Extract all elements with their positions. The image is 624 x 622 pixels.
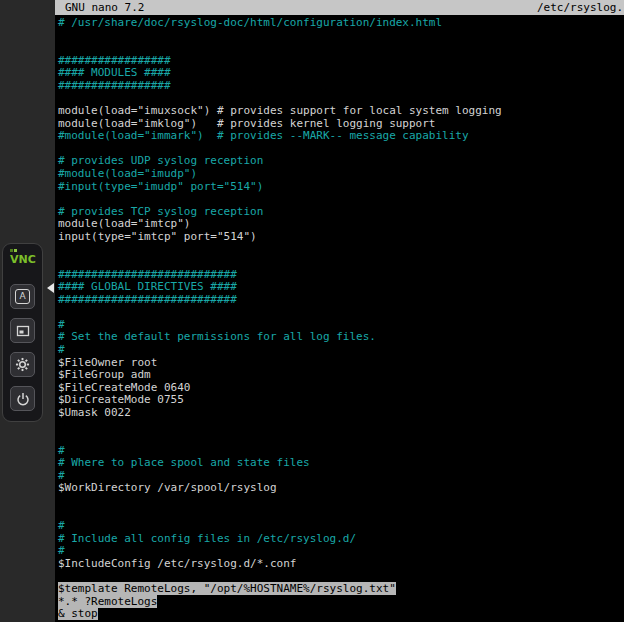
gear-icon	[15, 357, 30, 372]
editor-line: #	[58, 520, 624, 533]
editor-line	[58, 306, 624, 319]
editor-line	[58, 30, 624, 43]
nano-version: GNU nano 7.2	[65, 0, 144, 15]
editor-line	[58, 243, 624, 256]
editor-line: # Include all config files in /etc/rsysl…	[58, 533, 624, 546]
editor-lines[interactable]: # /usr/share/doc/rsyslog-doc/html/config…	[55, 15, 624, 621]
editor-line: #################	[58, 80, 624, 93]
editor-line	[58, 193, 624, 206]
clipboard-icon: A	[15, 289, 30, 304]
vnc-control-bar: VNC A	[2, 243, 43, 422]
editor-line	[58, 508, 624, 521]
settings-button[interactable]	[10, 352, 35, 377]
collapse-left-arrow-icon	[47, 283, 54, 293]
editor-line: # Where to place spool and state files	[58, 457, 624, 470]
editor-line: #module(load="immark") # provides --MARK…	[58, 130, 624, 143]
nano-filename: /etc/rsyslog.	[537, 0, 623, 15]
editor-line: #	[58, 344, 624, 357]
editor-line: $DirCreateMode 0755	[58, 394, 624, 407]
editor-line: #input(type="imudp" port="514")	[58, 181, 624, 194]
power-button[interactable]	[10, 386, 35, 411]
fullscreen-icon	[16, 324, 30, 338]
editor-line: input(type="imtcp" port="514")	[58, 231, 624, 244]
editor-line: #module(load="imudp")	[58, 168, 624, 181]
novnc-logo: VNC	[3, 249, 42, 275]
editor-line: #### GLOBAL DIRECTIVES ####	[58, 281, 624, 294]
novnc-logo-text: VNC	[10, 254, 42, 266]
editor-line: # Set the default permissions for all lo…	[58, 331, 624, 344]
terminal[interactable]: GNU nano 7.2 /etc/rsyslog. # /usr/share/…	[55, 0, 624, 622]
fullscreen-button[interactable]	[10, 318, 35, 343]
power-icon	[16, 392, 30, 406]
editor-line: ###########################	[58, 294, 624, 307]
editor-line: #### MODULES ####	[58, 67, 624, 80]
editor-line	[58, 420, 624, 433]
editor-line: #	[58, 545, 624, 558]
editor-line: # /usr/share/doc/rsyslog-doc/html/config…	[58, 17, 624, 30]
editor-line: $IncludeConfig /etc/rsyslog.d/*.conf	[58, 558, 624, 571]
editor-line: $Umask 0022	[58, 407, 624, 420]
vnc-sidebar-area: VNC A	[0, 0, 55, 622]
clipboard-button[interactable]: A	[10, 284, 35, 309]
editor-line	[58, 256, 624, 269]
editor-line: *.* ?RemoteLogs	[58, 596, 624, 609]
editor-line: & stop	[58, 608, 624, 621]
editor-line	[58, 432, 624, 445]
editor-line: $WorkDirectory /var/spool/rsyslog	[58, 482, 624, 495]
nano-titlebar: GNU nano 7.2 /etc/rsyslog.	[55, 0, 624, 15]
editor-line	[58, 495, 624, 508]
editor-line: module(load="imuxsock") # provides suppo…	[58, 105, 624, 118]
editor-line: $FileGroup adm	[58, 369, 624, 382]
editor-line: $template RemoteLogs, "/opt/%HOSTNAME%/r…	[58, 583, 624, 596]
editor-line	[58, 42, 624, 55]
editor-line: module(load="imtcp")	[58, 218, 624, 231]
